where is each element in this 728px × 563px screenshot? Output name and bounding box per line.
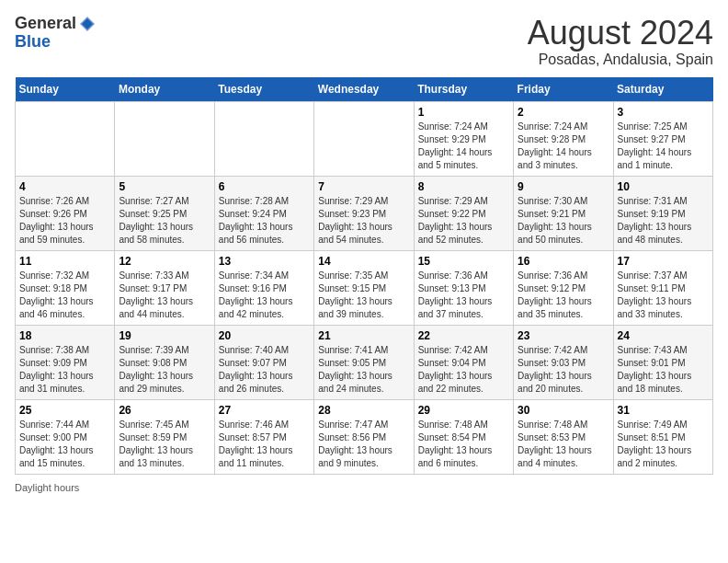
calendar-cell: 5Sunrise: 7:27 AM Sunset: 9:25 PM Daylig…: [115, 176, 214, 250]
day-number: 22: [418, 329, 509, 342]
day-info: Sunrise: 7:28 AM Sunset: 9:24 PM Dayligh…: [219, 195, 310, 247]
page-title: August 2024: [528, 15, 713, 52]
footer-text: Daylight hours: [15, 482, 79, 493]
day-header-wednesday: Wednesday: [314, 77, 414, 102]
day-info: Sunrise: 7:35 AM Sunset: 9:15 PM Dayligh…: [318, 270, 409, 321]
calendar-week-row: 18Sunrise: 7:38 AM Sunset: 9:09 PM Dayli…: [16, 325, 713, 399]
day-info: Sunrise: 7:24 AM Sunset: 9:29 PM Dayligh…: [418, 121, 509, 172]
day-number: 23: [518, 329, 609, 342]
day-info: Sunrise: 7:36 AM Sunset: 9:13 PM Dayligh…: [418, 270, 509, 321]
svg-marker-1: [82, 18, 93, 29]
calendar-cell: 11Sunrise: 7:32 AM Sunset: 9:18 PM Dayli…: [16, 250, 115, 325]
day-number: 15: [418, 255, 509, 268]
day-number: 12: [119, 255, 210, 268]
calendar-week-row: 25Sunrise: 7:44 AM Sunset: 9:00 PM Dayli…: [16, 399, 713, 474]
day-info: Sunrise: 7:33 AM Sunset: 9:17 PM Dayligh…: [119, 270, 210, 321]
day-number: 25: [19, 404, 110, 417]
calendar-cell: [314, 101, 414, 176]
day-header-sunday: Sunday: [16, 77, 115, 102]
calendar-cell: 18Sunrise: 7:38 AM Sunset: 9:09 PM Dayli…: [16, 325, 115, 399]
calendar-cell: 21Sunrise: 7:41 AM Sunset: 9:05 PM Dayli…: [314, 325, 414, 399]
day-info: Sunrise: 7:30 AM Sunset: 9:21 PM Dayligh…: [518, 195, 609, 247]
page-subtitle: Posadas, Andalusia, Spain: [528, 52, 713, 68]
day-number: 19: [119, 329, 210, 342]
day-number: 24: [618, 329, 709, 342]
day-info: Sunrise: 7:27 AM Sunset: 9:25 PM Dayligh…: [119, 195, 210, 247]
header: General Blue August 2024 Posadas, Andalu…: [15, 15, 713, 68]
day-number: 31: [618, 404, 709, 417]
day-header-saturday: Saturday: [613, 77, 712, 102]
logo: General Blue: [15, 15, 97, 52]
day-number: 3: [618, 106, 709, 119]
calendar-cell: 13Sunrise: 7:34 AM Sunset: 9:16 PM Dayli…: [214, 250, 313, 325]
day-number: 29: [418, 404, 509, 417]
day-info: Sunrise: 7:46 AM Sunset: 8:57 PM Dayligh…: [219, 419, 310, 470]
day-info: Sunrise: 7:42 AM Sunset: 9:03 PM Dayligh…: [518, 344, 609, 396]
day-number: 26: [119, 404, 210, 417]
day-info: Sunrise: 7:39 AM Sunset: 9:08 PM Dayligh…: [119, 344, 210, 396]
day-info: Sunrise: 7:34 AM Sunset: 9:16 PM Dayligh…: [219, 270, 310, 321]
day-info: Sunrise: 7:36 AM Sunset: 9:12 PM Dayligh…: [518, 270, 609, 321]
calendar-cell: 17Sunrise: 7:37 AM Sunset: 9:11 PM Dayli…: [613, 250, 712, 325]
calendar-cell: 2Sunrise: 7:24 AM Sunset: 9:28 PM Daylig…: [514, 101, 613, 176]
logo-icon: [78, 15, 97, 33]
calendar-cell: 16Sunrise: 7:36 AM Sunset: 9:12 PM Dayli…: [514, 250, 613, 325]
day-number: 30: [518, 404, 609, 417]
day-number: 13: [219, 255, 310, 268]
calendar-cell: 15Sunrise: 7:36 AM Sunset: 9:13 PM Dayli…: [414, 250, 513, 325]
calendar-cell: 25Sunrise: 7:44 AM Sunset: 9:00 PM Dayli…: [16, 399, 115, 474]
footer: Daylight hours: [15, 482, 713, 493]
day-info: Sunrise: 7:25 AM Sunset: 9:27 PM Dayligh…: [618, 121, 709, 172]
day-info: Sunrise: 7:32 AM Sunset: 9:18 PM Dayligh…: [19, 270, 110, 321]
day-number: 21: [318, 329, 409, 342]
day-info: Sunrise: 7:29 AM Sunset: 9:23 PM Dayligh…: [318, 195, 409, 247]
calendar-cell: 1Sunrise: 7:24 AM Sunset: 9:29 PM Daylig…: [414, 101, 513, 176]
day-header-monday: Monday: [115, 77, 214, 102]
day-number: 7: [318, 180, 409, 193]
calendar-cell: 19Sunrise: 7:39 AM Sunset: 9:08 PM Dayli…: [115, 325, 214, 399]
day-number: 4: [19, 180, 110, 193]
logo-general: General: [15, 15, 76, 33]
day-info: Sunrise: 7:37 AM Sunset: 9:11 PM Dayligh…: [618, 270, 709, 321]
day-number: 14: [318, 255, 409, 268]
calendar-cell: 9Sunrise: 7:30 AM Sunset: 9:21 PM Daylig…: [514, 176, 613, 250]
day-info: Sunrise: 7:41 AM Sunset: 9:05 PM Dayligh…: [318, 344, 409, 396]
day-info: Sunrise: 7:47 AM Sunset: 8:56 PM Dayligh…: [318, 419, 409, 470]
day-number: 16: [518, 255, 609, 268]
day-number: 2: [518, 106, 609, 119]
calendar-cell: 28Sunrise: 7:47 AM Sunset: 8:56 PM Dayli…: [314, 399, 414, 474]
calendar-week-row: 1Sunrise: 7:24 AM Sunset: 9:29 PM Daylig…: [16, 101, 713, 176]
day-info: Sunrise: 7:44 AM Sunset: 9:00 PM Dayligh…: [19, 419, 110, 470]
calendar-cell: 12Sunrise: 7:33 AM Sunset: 9:17 PM Dayli…: [115, 250, 214, 325]
day-info: Sunrise: 7:48 AM Sunset: 8:54 PM Dayligh…: [418, 419, 509, 470]
title-area: August 2024 Posadas, Andalusia, Spain: [528, 15, 713, 68]
day-number: 28: [318, 404, 409, 417]
calendar-table: SundayMondayTuesdayWednesdayThursdayFrid…: [15, 77, 713, 475]
calendar-cell: 27Sunrise: 7:46 AM Sunset: 8:57 PM Dayli…: [214, 399, 313, 474]
day-info: Sunrise: 7:42 AM Sunset: 9:04 PM Dayligh…: [418, 344, 509, 396]
day-number: 20: [219, 329, 310, 342]
calendar-cell: [115, 101, 214, 176]
calendar-week-row: 11Sunrise: 7:32 AM Sunset: 9:18 PM Dayli…: [16, 250, 713, 325]
day-number: 17: [618, 255, 709, 268]
day-number: 27: [219, 404, 310, 417]
day-number: 8: [418, 180, 509, 193]
calendar-cell: 3Sunrise: 7:25 AM Sunset: 9:27 PM Daylig…: [613, 101, 712, 176]
calendar-cell: 31Sunrise: 7:49 AM Sunset: 8:51 PM Dayli…: [613, 399, 712, 474]
day-header-tuesday: Tuesday: [214, 77, 313, 102]
calendar-cell: [16, 101, 115, 176]
day-info: Sunrise: 7:48 AM Sunset: 8:53 PM Dayligh…: [518, 419, 609, 470]
calendar-cell: 24Sunrise: 7:43 AM Sunset: 9:01 PM Dayli…: [613, 325, 712, 399]
day-info: Sunrise: 7:26 AM Sunset: 9:26 PM Dayligh…: [19, 195, 110, 247]
day-info: Sunrise: 7:49 AM Sunset: 8:51 PM Dayligh…: [618, 419, 709, 470]
day-info: Sunrise: 7:31 AM Sunset: 9:19 PM Dayligh…: [618, 195, 709, 247]
calendar-cell: 30Sunrise: 7:48 AM Sunset: 8:53 PM Dayli…: [514, 399, 613, 474]
day-number: 10: [618, 180, 709, 193]
day-number: 6: [219, 180, 310, 193]
day-header-thursday: Thursday: [414, 77, 513, 102]
day-info: Sunrise: 7:43 AM Sunset: 9:01 PM Dayligh…: [618, 344, 709, 396]
calendar-cell: 23Sunrise: 7:42 AM Sunset: 9:03 PM Dayli…: [514, 325, 613, 399]
calendar-cell: 7Sunrise: 7:29 AM Sunset: 9:23 PM Daylig…: [314, 176, 414, 250]
day-number: 9: [518, 180, 609, 193]
logo-blue: Blue: [15, 33, 97, 52]
